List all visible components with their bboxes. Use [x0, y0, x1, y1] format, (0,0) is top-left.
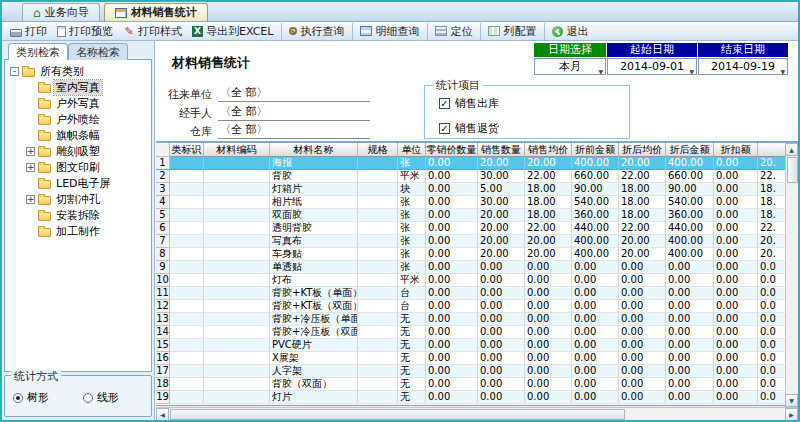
column-header[interactable]: [156, 143, 170, 157]
horizontal-scroll-thumb[interactable]: [170, 409, 625, 420]
table-cell: [170, 313, 204, 326]
table-row[interactable]: 13 背胶+冷压板（单面） 无 0.00 0.00 0.00 0.00 0.00…: [156, 313, 798, 326]
table-cell: [170, 235, 204, 248]
tab-material-sales-stats[interactable]: 材料销售统计: [104, 3, 208, 21]
table-cell: 20.00: [619, 248, 666, 261]
table-cell: 22.: [758, 170, 784, 183]
tree-item[interactable]: 户外写真: [5, 95, 151, 111]
column-header[interactable]: 类标识: [170, 143, 204, 157]
column-header[interactable]: 材料名称: [270, 143, 358, 157]
table-cell: [204, 222, 270, 235]
column-header[interactable]: 折后金额: [666, 143, 714, 157]
table-cell: [204, 339, 270, 352]
table-row[interactable]: 10 灯布 平米 0.00 0.00 0.00 0.00 0.00 0.00: [156, 274, 798, 287]
tab-business-wizard[interactable]: 业务向导: [22, 3, 100, 21]
column-header[interactable]: 折扣额: [714, 143, 758, 157]
column-header[interactable]: 折后均价: [619, 143, 666, 157]
table-row[interactable]: 9 单透贴 张 0.00 0.00 0.00 0.00 0.00 0.00: [156, 261, 798, 274]
toolbar-button[interactable]: 退出: [547, 23, 593, 40]
toolbar-button[interactable]: 列配置: [483, 23, 545, 40]
tree-item[interactable]: 安装拆除: [5, 207, 151, 223]
end-date-dropdown[interactable]: 2014-09-19 ▼: [698, 58, 788, 75]
tab-category-search[interactable]: 类别检索: [8, 43, 68, 60]
category-tree: 所有类别 室内写真 户外写真: [4, 59, 152, 372]
table-row[interactable]: 8 车身贴 张 0.00 20.00 20.00 400.00 20.00 40…: [156, 248, 798, 261]
column-header[interactable]: 销售均价: [525, 143, 572, 157]
stats-mode-radio[interactable]: 线形: [83, 390, 119, 405]
stat-item-checkbox[interactable]: 销售出库: [439, 96, 629, 111]
vertical-scroll-thumb[interactable]: [787, 157, 798, 183]
table-cell: [204, 196, 270, 209]
stat-item-checkbox[interactable]: 销售退货: [439, 121, 629, 136]
stats-mode-radio[interactable]: 树形: [13, 390, 49, 405]
table-row[interactable]: 5 双面胶 张 0.00 20.00 18.00 360.00 18.00 36…: [156, 209, 798, 222]
table-cell: 0.00: [619, 352, 666, 365]
table-row[interactable]: 6 透明背胶 张 0.00 20.00 22.00 440.00 22.00 4…: [156, 222, 798, 235]
start-date-dropdown[interactable]: 2014-09-01 ▼: [607, 58, 697, 75]
table-row[interactable]: 12 背胶+KT板（双面） 台 0.00 0.00 0.00 0.00 0.00…: [156, 300, 798, 313]
scroll-left-icon[interactable]: ◀: [156, 408, 169, 420]
table-row[interactable]: 16 X展架 无 0.00 0.00 0.00 0.00 0.00 0.00: [156, 352, 798, 365]
column-header[interactable]: 折前金额: [572, 143, 619, 157]
tree-expander-icon[interactable]: [26, 195, 35, 204]
tree-item[interactable]: 切割冲孔: [5, 191, 151, 207]
scroll-down-icon[interactable]: ▼: [785, 394, 798, 407]
tree-expander-icon[interactable]: [26, 147, 35, 156]
tree-item[interactable]: LED电子屏: [5, 175, 151, 191]
table-cell: 18.00: [525, 196, 572, 209]
table-row[interactable]: 17 人字架 无 0.00 0.00 0.00 0.00 0.00 0.00: [156, 365, 798, 378]
table-row[interactable]: 3 灯箱片 块 0.00 5.00 18.00 90.00 18.00 90.0…: [156, 183, 798, 196]
toolbar-button[interactable]: 定位: [430, 23, 481, 40]
table-row[interactable]: 11 背胶+KT板（单面） 台 0.00 0.00 0.00 0.00 0.00…: [156, 287, 798, 300]
warehouse-field[interactable]: 〈全 部〉: [218, 122, 370, 139]
column-header[interactable]: 单位: [398, 143, 426, 157]
table-cell: 海报: [270, 157, 358, 170]
table-row[interactable]: 4 相片纸 张 0.00 30.00 18.00 540.00 18.00 54…: [156, 196, 798, 209]
row-number-cell: 8: [156, 248, 170, 261]
tree-expander-icon[interactable]: [26, 163, 35, 172]
filter-row-warehouse: 仓库 〈全 部〉: [160, 122, 370, 139]
table-row[interactable]: 15 PVC硬片 无 0.00 0.00 0.00 0.00 0.00 0.00: [156, 339, 798, 352]
vertical-scrollbar[interactable]: ▲ ▼: [785, 143, 798, 407]
table-row[interactable]: 7 写真布 张 0.00 20.00 20.00 400.00 20.00 40…: [156, 235, 798, 248]
tree-item[interactable]: 雕刻吸塑: [5, 143, 151, 159]
tree-item[interactable]: 户外喷绘: [5, 111, 151, 127]
column-header[interactable]: 规格: [358, 143, 398, 157]
toolbar-button[interactable]: 打印预览: [52, 23, 118, 40]
counterparty-field[interactable]: 〈全 部〉: [218, 85, 370, 102]
tree-item[interactable]: 室内写真: [5, 79, 151, 95]
tree-item-label: 安装拆除: [54, 208, 102, 223]
scroll-up-icon[interactable]: ▲: [785, 143, 798, 156]
horizontal-scrollbar[interactable]: ◀ ▶: [156, 407, 798, 420]
tree-item[interactable]: 加工制作: [5, 223, 151, 239]
date-range-dropdown[interactable]: 本月 ▼: [534, 58, 606, 75]
table-row[interactable]: 18 背胶（双面） 无 0.00 0.00 0.00 0.00 0.00 0.0…: [156, 378, 798, 391]
handler-field[interactable]: 〈全 部〉: [218, 104, 370, 121]
table-cell: 0.0: [758, 274, 784, 287]
table-cell: 0.00: [619, 300, 666, 313]
table-row[interactable]: 2 背胶 平米 0.00 30.00 22.00 660.00 22.00 66…: [156, 170, 798, 183]
table-row[interactable]: 19 灯片 无 0.00 0.00 0.00 0.00 0.00 0.00: [156, 391, 798, 404]
table-cell: 660.00: [572, 170, 619, 183]
tree-item[interactable]: 图文印刷: [5, 159, 151, 175]
scroll-right-icon[interactable]: ▶: [785, 408, 798, 420]
folder-icon: [38, 132, 51, 141]
tree-item[interactable]: 所有类别: [5, 63, 151, 79]
column-header[interactable]: 销售数量: [478, 143, 525, 157]
toolbar-button[interactable]: 执行查询: [284, 23, 353, 40]
checkbox-icon: [439, 98, 450, 109]
tree-expander-icon[interactable]: [10, 67, 19, 76]
toolbar-button[interactable]: 导出到EXCEL: [187, 23, 282, 40]
table-cell: 单透贴: [270, 261, 358, 274]
tree-item-label: 室内写真: [54, 80, 102, 95]
table-cell: 0.00: [666, 287, 714, 300]
toolbar-button[interactable]: 打印: [5, 23, 52, 40]
toolbar-button[interactable]: 明细查询: [355, 23, 428, 40]
tree-item[interactable]: 旗帜条幅: [5, 127, 151, 143]
tab-name-search[interactable]: 名称检索: [68, 43, 128, 60]
column-header[interactable]: 零销价数量: [426, 143, 478, 157]
table-row[interactable]: 1 海报 张 0.00 20.00 20.00 400.00 20.00 400…: [156, 157, 798, 170]
column-header[interactable]: 材料编码: [204, 143, 270, 157]
table-row[interactable]: 14 背胶+冷压板（双面） 无 0.00 0.00 0.00 0.00 0.00…: [156, 326, 798, 339]
toolbar-button[interactable]: 打印样式: [118, 23, 187, 40]
